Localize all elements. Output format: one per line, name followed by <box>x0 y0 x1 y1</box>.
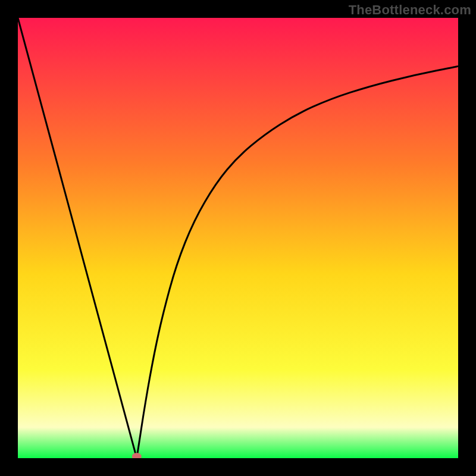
watermark-text: TheBottleneck.com <box>349 2 471 18</box>
plot-svg <box>18 18 458 458</box>
chart-frame: TheBottleneck.com <box>0 0 476 476</box>
gradient-background <box>18 18 458 458</box>
plot-area <box>18 18 458 458</box>
